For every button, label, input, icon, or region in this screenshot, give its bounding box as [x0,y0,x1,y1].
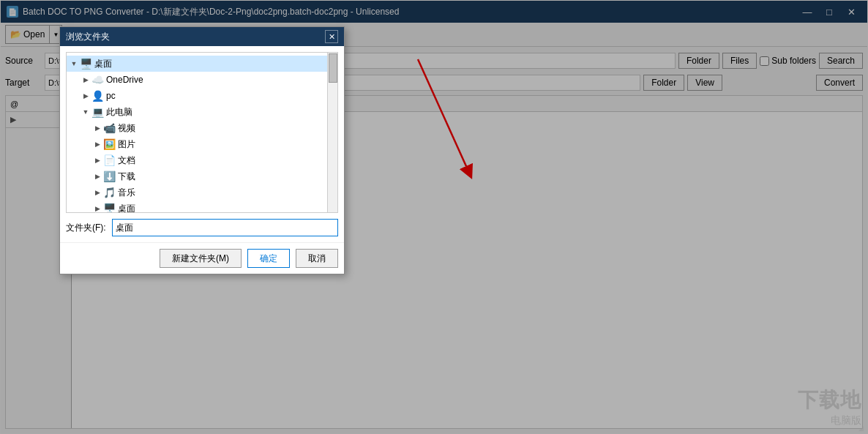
dialog-titlebar: 浏览文件夹 ✕ [60,27,344,46]
tree-item-desktop2[interactable]: ▶ 🖥️ 桌面 [90,201,327,213]
dialog-footer: 新建文件夹(M) 确定 取消 [60,242,344,274]
tree-scroll-thumb[interactable] [329,53,337,83]
dialog-resize-handle[interactable]: ◢ [858,424,866,432]
new-folder-button[interactable]: 新建文件夹(M) [160,249,242,268]
downloads-label: 下载 [118,171,135,183]
expand-pictures[interactable]: ▶ [93,140,102,149]
main-window: 📄 Batch DOC TO PNG Converter - D:\新建文件夹\… [0,0,868,434]
tree-item-documents[interactable]: ▶ 📄 文档 [90,152,327,168]
pictures-label: 图片 [118,138,135,151]
folder-tree[interactable]: ▼ 🖥️ 桌面 ▶ ☁️ OneDrive [66,52,338,213]
tree-scrollbar[interactable] [327,53,337,212]
thispc-icon: 💻 [91,106,103,118]
music-icon: 🎵 [103,187,115,198]
tree-item-desktop[interactable]: ▼ 🖥️ 桌面 [67,56,327,72]
tree-item-music[interactable]: ▶ 🎵 音乐 [90,184,327,201]
onedrive-icon: ☁️ [91,74,103,86]
desktop-icon: 🖥️ [80,58,91,70]
music-label: 音乐 [118,187,135,199]
expand-desktop2[interactable]: ▶ [93,204,102,213]
documents-label: 文档 [118,154,135,167]
tree-children-desktop: ▶ ☁️ OneDrive ▶ 👤 pc [78,72,327,213]
tree-item-onedrive[interactable]: ▶ ☁️ OneDrive [78,72,327,88]
pictures-icon: 🖼️ [103,138,115,150]
expand-downloads[interactable]: ▶ [93,172,102,181]
dialog-title: 浏览文件夹 [66,31,110,43]
tree-item-videos[interactable]: ▶ 📹 视频 [90,120,327,136]
expand-thispc[interactable]: ▼ [81,108,90,116]
videos-icon: 📹 [103,122,115,134]
tree-item-pictures[interactable]: ▶ 🖼️ 图片 [90,136,327,152]
cancel-button[interactable]: 取消 [296,249,338,268]
tree-item-pc[interactable]: ▶ 👤 pc [78,88,327,104]
downloads-icon: ⬇️ [103,171,115,182]
desktop2-label: 桌面 [118,203,135,214]
expand-pc[interactable]: ▶ [81,91,90,100]
documents-icon: 📄 [103,154,115,166]
tree-item-downloads[interactable]: ▶ ⬇️ 下载 [90,168,327,184]
folder-field-row: 文件夹(F): [66,219,338,236]
folder-field-input[interactable] [112,219,338,236]
desktop-label: 桌面 [94,58,112,70]
expand-onedrive[interactable]: ▶ [81,75,90,84]
browse-folder-dialog: 浏览文件夹 ✕ ▼ 🖥️ 桌面 [59,26,345,274]
pc-label: pc [106,91,116,101]
videos-label: 视频 [118,122,135,135]
desktop2-icon: 🖥️ [103,203,115,213]
dialog-body: ▼ 🖥️ 桌面 ▶ ☁️ OneDrive [60,46,344,242]
dialog-close-button[interactable]: ✕ [325,30,338,43]
expand-music[interactable]: ▶ [93,188,102,197]
expand-documents[interactable]: ▶ [93,156,102,165]
expand-videos[interactable]: ▶ [93,124,102,132]
tree-content: ▼ 🖥️ 桌面 ▶ ☁️ OneDrive [67,53,327,213]
expand-desktop[interactable]: ▼ [70,59,78,68]
modal-overlay: 浏览文件夹 ✕ ▼ 🖥️ 桌面 [1,1,867,433]
pc-icon: 👤 [91,90,103,102]
folder-field-label: 文件夹(F): [66,222,106,234]
confirm-button[interactable]: 确定 [247,249,290,268]
onedrive-label: OneDrive [106,75,143,85]
thispc-label: 此电脑 [106,106,132,119]
tree-item-thispc[interactable]: ▼ 💻 此电脑 [78,104,327,120]
tree-children-thispc: ▶ 📹 视频 ▶ 🖼️ 图片 ▶ [90,120,327,213]
